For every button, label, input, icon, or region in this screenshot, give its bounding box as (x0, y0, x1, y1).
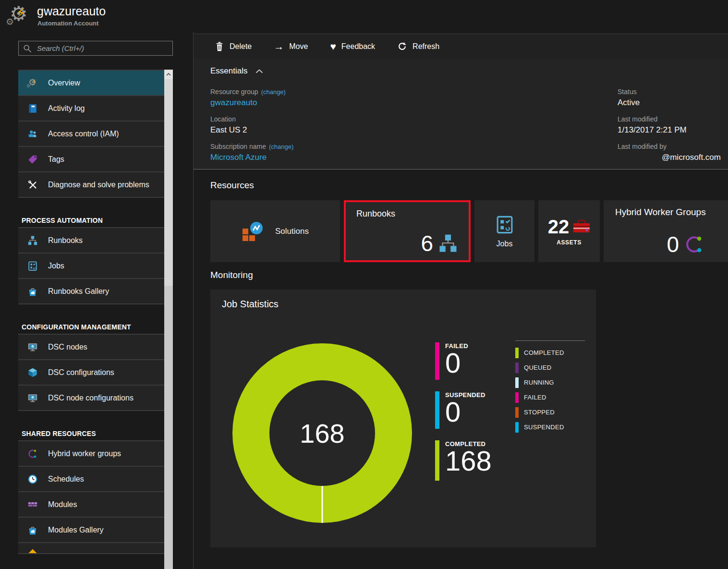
sidebar-item-schedules[interactable]: Schedules (18, 466, 164, 491)
tile-title: Runbooks (356, 209, 469, 219)
sidebar-item-dsc-configurations[interactable]: DSC configurations (18, 359, 164, 385)
sidebar-item-label: Runbooks (48, 236, 83, 245)
modules-bricks-icon (26, 498, 39, 511)
stat-bar (435, 342, 439, 380)
gallery-bag-icon (26, 524, 39, 536)
delete-button[interactable]: Delete (215, 41, 252, 52)
sidebar-item-label: Modules Gallery (48, 526, 104, 534)
overview-body: Resources Solutions Runbooks 6 (194, 169, 728, 569)
essentials-left-column: Resource group(change) gwazureauto Locat… (210, 87, 412, 169)
runbooks-tile-highlighted[interactable]: Runbooks 6 (344, 200, 471, 262)
sidebar-item-label: Diagnose and solve problems (48, 181, 149, 189)
assets-tile[interactable]: 22 ASSETS (538, 200, 600, 262)
sidebar-item-diagnose[interactable]: Diagnose and solve problems (18, 171, 164, 197)
sidebar-item-modules[interactable]: Modules (18, 491, 164, 517)
search-input[interactable]: Search (Ctrl+/) (18, 41, 173, 56)
move-button[interactable]: → Move (274, 41, 308, 51)
diagnose-tools-icon (26, 179, 39, 191)
command-bar: Delete → Move ♥ Feedback Refresh (194, 34, 728, 59)
automation-icon: ⚙⚙⚡ (26, 77, 39, 89)
status-value: Active (618, 97, 721, 109)
legend-label: COMPLETED (524, 349, 564, 356)
access-control-icon (26, 128, 39, 140)
sidebar-item-tags[interactable]: Tags (18, 146, 164, 171)
sidebar-item-partial[interactable] (18, 542, 164, 553)
refresh-button[interactable]: Refresh (397, 41, 439, 51)
clock-icon (26, 473, 39, 485)
legend-label: FAILED (524, 394, 546, 401)
job-statistics-title: Job Statistics (222, 299, 279, 310)
runbooks-icon (438, 233, 458, 254)
last-modified-by-value: @microsoft.com (618, 151, 721, 163)
legend-label: STOPPED (524, 409, 555, 416)
tile-label: Solutions (275, 227, 309, 236)
field-last-modified: Last modified 1/13/2017 2:21 PM (618, 115, 721, 136)
azure-portal-page: ⚙⚙⚡ gwazureauto Automation Account Searc… (0, 0, 728, 569)
stat-bar (435, 440, 439, 481)
jobs-icon (495, 215, 515, 235)
delete-label: Delete (230, 42, 252, 51)
sidebar-item-runbooks-gallery[interactable]: Runbooks Gallery (18, 278, 164, 303)
sidebar-item-dsc-node-configurations[interactable]: DSC node configurations (18, 385, 164, 410)
hybrid-count: 0 (667, 233, 679, 255)
legend-swatch (515, 363, 519, 373)
scroll-up-button[interactable] (164, 70, 173, 79)
job-statistics-donut-chart: 168 (232, 343, 412, 523)
tile-label: Jobs (497, 240, 513, 248)
sidebar-item-dsc-nodes[interactable]: DSC nodes (18, 334, 164, 359)
hybrid-worker-groups-tile[interactable]: Hybrid Worker Groups 0 (604, 200, 728, 262)
gallery-bag-icon (26, 285, 39, 298)
resources-heading: Resources (210, 180, 254, 191)
menu-group-shared-resources: Hybrid worker groups Schedules Modules (18, 440, 164, 554)
solutions-tile[interactable]: Solutions (210, 200, 340, 262)
job-statistics-tile[interactable]: Job Statistics 168 FAILED 0 (210, 290, 596, 547)
field-last-modified-by: Last modified by @microsoft.com (618, 142, 721, 163)
arrow-right-icon: → (274, 41, 284, 51)
feedback-button[interactable]: ♥ Feedback (330, 41, 375, 51)
menu-group-general: ⚙⚙⚡ Overview Activity log Access control… (18, 70, 164, 198)
sidebar-item-jobs[interactable]: Jobs (18, 253, 164, 278)
legend-item: SUSPENDED (515, 420, 585, 435)
essentials-right-column: Status Active Last modified 1/13/2017 2:… (618, 87, 721, 169)
sidebar-scrollbar[interactable] (164, 70, 173, 569)
sidebar-item-activity-log[interactable]: Activity log (18, 95, 164, 121)
chart-legend: COMPLETED QUEUED RUNNING FAILED (515, 340, 585, 435)
subscription-link[interactable]: Microsoft Azure (210, 151, 412, 163)
monitoring-heading: Monitoring (210, 270, 253, 280)
legend-swatch (515, 348, 519, 358)
resource-group-link[interactable]: gwazureauto (210, 97, 412, 109)
stat-value: 168 (445, 448, 492, 474)
essentials-title: Essentials (210, 66, 247, 76)
change-link[interactable]: (change) (269, 143, 293, 150)
change-link[interactable]: (change) (261, 88, 286, 96)
menu-group-process-automation: Runbooks Jobs Runbooks Gallery (18, 227, 164, 304)
sidebar-item-overview[interactable]: ⚙⚙⚡ Overview (18, 70, 164, 95)
feedback-label: Feedback (341, 42, 375, 51)
dsc-node-config-icon (26, 392, 39, 404)
stat-value: 0 (445, 350, 468, 376)
essentials-panel: Essentials Resource group(change) gwazur… (194, 59, 728, 169)
legend-label: QUEUED (524, 364, 551, 371)
scrollbar-thumb[interactable] (164, 79, 173, 286)
sidebar-section-process-automation: PROCESS AUTOMATION (18, 211, 164, 227)
field-location: Location East US 2 (210, 115, 412, 136)
tile-label: ASSETS (557, 239, 582, 246)
partial-item-icon (26, 545, 39, 553)
field-label: Resource group (210, 88, 258, 96)
assets-count: 22 (548, 217, 570, 236)
blade-header: ⚙⚙⚡ gwazureauto Automation Account (0, 0, 728, 32)
stat-value: 0 (445, 399, 485, 425)
sidebar-item-hybrid-worker-groups[interactable]: Hybrid worker groups (18, 440, 164, 466)
jobs-tile[interactable]: Jobs (474, 200, 534, 262)
dsc-nodes-icon (26, 341, 39, 353)
sidebar-item-label: DSC nodes (48, 343, 87, 351)
sidebar-item-access-control[interactable]: Access control (IAM) (18, 121, 164, 146)
essentials-toggle[interactable]: Essentials (210, 66, 263, 76)
sidebar-item-label: Tags (48, 155, 64, 164)
sidebar-item-modules-gallery[interactable]: Modules Gallery (18, 517, 164, 542)
stat-suspended: SUSPENDED 0 (435, 391, 485, 429)
sidebar-item-label: Schedules (48, 475, 84, 484)
field-label: Last modified by (618, 142, 721, 151)
resources-tiles: Solutions Runbooks 6 Jobs (210, 200, 728, 262)
sidebar-item-runbooks[interactable]: Runbooks (18, 227, 164, 253)
